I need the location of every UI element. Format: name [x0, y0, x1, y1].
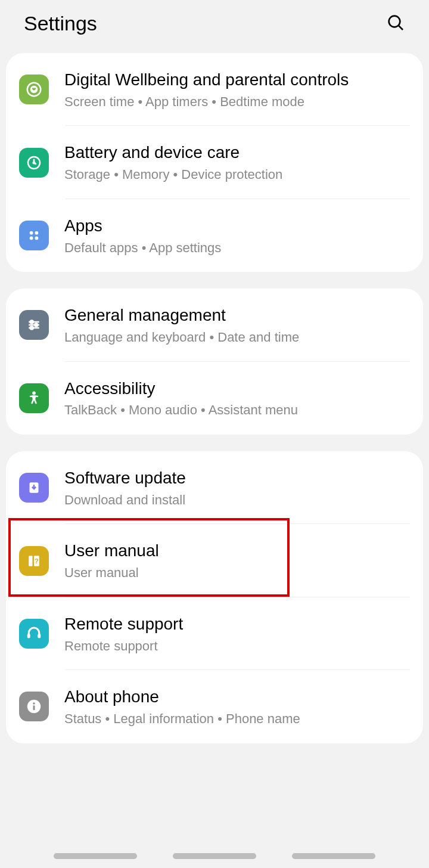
item-subtitle: Default apps • App settings	[64, 240, 410, 257]
item-remote-support[interactable]: Remote support Remote support	[19, 597, 410, 670]
item-subtitle: User manual	[64, 565, 410, 582]
svg-point-15	[30, 327, 33, 330]
settings-group-2: General management Language and keyboard…	[6, 289, 423, 435]
svg-point-9	[35, 236, 39, 240]
svg-point-24	[33, 703, 35, 705]
header: Settings	[0, 0, 429, 53]
item-general[interactable]: General management Language and keyboard…	[19, 289, 410, 361]
svg-rect-21	[27, 634, 30, 638]
svg-point-14	[35, 324, 38, 327]
item-subtitle: Status • Legal information • Phone name	[64, 711, 410, 728]
item-title: Software update	[64, 467, 410, 489]
item-about-phone[interactable]: About phone Status • Legal information •…	[19, 670, 410, 743]
item-title: Digital Wellbeing and parental controls	[64, 69, 410, 91]
item-user-manual[interactable]: ? User manual User manual	[19, 524, 410, 597]
item-accessibility[interactable]: Accessibility TalkBack • Mono audio • As…	[19, 362, 410, 435]
svg-point-5	[33, 161, 36, 164]
svg-point-0	[389, 16, 400, 27]
item-title: About phone	[64, 686, 410, 708]
item-subtitle: Screen time • App timers • Bedtime mode	[64, 94, 410, 111]
settings-group-3: Software update Download and install ? U…	[6, 451, 423, 743]
item-software-update[interactable]: Software update Download and install	[19, 451, 410, 524]
item-subtitle: Language and keyboard • Date and time	[64, 329, 410, 346]
svg-rect-25	[33, 705, 35, 710]
accessibility-icon	[19, 383, 49, 413]
search-icon	[386, 13, 405, 32]
svg-line-1	[399, 25, 403, 29]
nav-back[interactable]	[292, 853, 375, 859]
navigation-bar	[0, 844, 429, 868]
svg-point-7	[35, 231, 39, 235]
battery-icon	[19, 148, 49, 178]
item-subtitle: Remote support	[64, 638, 410, 655]
item-wellbeing[interactable]: Digital Wellbeing and parental controls …	[19, 53, 410, 126]
item-title: Apps	[64, 215, 410, 237]
svg-point-13	[30, 321, 33, 324]
svg-rect-18	[29, 556, 32, 566]
wellbeing-icon	[19, 75, 49, 104]
software-update-icon	[19, 473, 49, 503]
item-apps[interactable]: Apps Default apps • App settings	[19, 199, 410, 272]
item-subtitle: Storage • Memory • Device protection	[64, 166, 410, 184]
about-phone-icon	[19, 692, 49, 721]
general-icon	[19, 310, 49, 340]
item-title: General management	[64, 304, 410, 327]
user-manual-icon: ?	[19, 546, 49, 576]
page-title: Settings	[24, 12, 97, 35]
apps-icon	[19, 221, 49, 250]
settings-group-1: Digital Wellbeing and parental controls …	[6, 53, 423, 272]
item-subtitle: Download and install	[64, 492, 410, 509]
svg-point-6	[30, 231, 33, 235]
search-button[interactable]	[386, 13, 405, 35]
item-title: Accessibility	[64, 377, 410, 400]
svg-rect-22	[38, 634, 41, 638]
item-title: User manual	[64, 540, 410, 562]
item-title: Remote support	[64, 613, 410, 636]
item-title: Battery and device care	[64, 141, 410, 164]
svg-text:?: ?	[35, 557, 39, 564]
item-battery[interactable]: Battery and device care Storage • Memory…	[19, 126, 410, 199]
item-subtitle: TalkBack • Mono audio • Assistant menu	[64, 402, 410, 419]
nav-recents[interactable]	[54, 853, 137, 859]
svg-point-16	[32, 391, 36, 395]
remote-support-icon	[19, 619, 49, 649]
svg-point-8	[30, 236, 33, 240]
nav-home[interactable]	[173, 853, 256, 859]
